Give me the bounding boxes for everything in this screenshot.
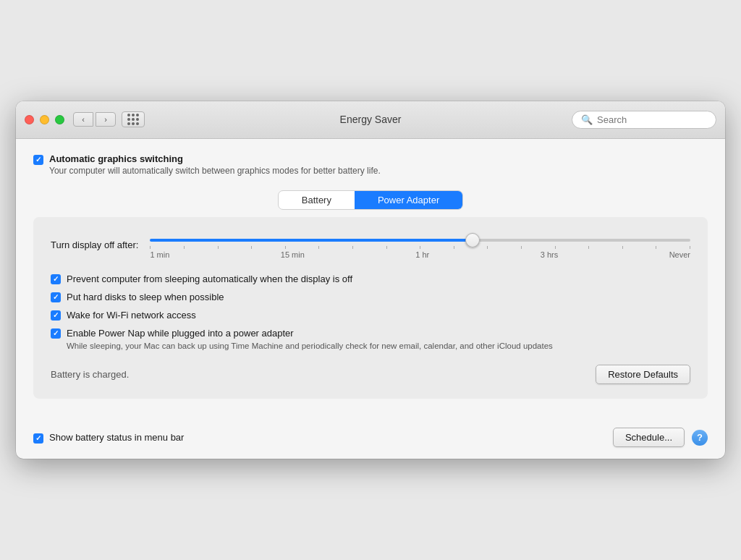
wifi-text-block: Wake for Wi-Fi network access [67, 310, 196, 321]
prevent-sleep-checkbox[interactable]: ✓ [51, 274, 61, 284]
display-sleep-slider[interactable] [150, 239, 690, 242]
power-nap-subtext: While sleeping, your Mac can back up usi… [67, 340, 553, 352]
tick [420, 246, 420, 249]
checkmark-icon: ✓ [53, 329, 59, 337]
option-prevent-sleep: ✓ Prevent computer from sleeping automat… [51, 273, 690, 284]
tab-segment: Battery Power Adapter [33, 190, 708, 210]
tick [690, 246, 690, 249]
hard-disks-checkbox[interactable]: ✓ [51, 292, 61, 302]
schedule-button[interactable]: Schedule... [613, 428, 685, 447]
tick [487, 246, 488, 249]
search-input[interactable] [597, 114, 707, 125]
tick [386, 246, 387, 249]
auto-graphics-row: ✓ Automatic graphics switching Your comp… [33, 153, 708, 176]
help-button[interactable]: ? [692, 430, 708, 446]
back-button[interactable]: ‹ [73, 112, 93, 127]
checkmark-icon: ✓ [53, 275, 59, 283]
battery-tab[interactable]: Battery [279, 191, 355, 209]
tick [555, 246, 556, 249]
traffic-lights [25, 115, 64, 124]
settings-panel: Turn display off after: [33, 217, 708, 399]
tick-labels: 1 min 15 min 1 hr 3 hrs Never [150, 250, 690, 259]
checkmark-icon: ✓ [35, 434, 41, 442]
power-nap-checkbox[interactable]: ✓ [51, 328, 61, 339]
show-battery-checkbox[interactable]: ✓ [33, 433, 43, 444]
slider-label: Turn display off after: [51, 239, 138, 250]
titlebar: ‹ › Energy Saver 🔍 [16, 101, 725, 139]
option-hard-disks: ✓ Put hard disks to sleep when possible [51, 292, 690, 302]
search-icon: 🔍 [581, 114, 593, 125]
grid-button[interactable] [122, 111, 145, 127]
hard-disks-text-block: Put hard disks to sleep when possible [67, 292, 224, 302]
tick-never: Never [669, 250, 690, 259]
tick [318, 246, 319, 249]
tick-3hrs: 3 hrs [541, 250, 558, 259]
tick [150, 246, 151, 249]
content-area: ✓ Automatic graphics switching Your comp… [16, 139, 725, 420]
auto-graphics-checkbox[interactable]: ✓ [33, 155, 43, 165]
tick [622, 246, 623, 249]
checkmark-icon: ✓ [53, 311, 59, 319]
bottom-bar: ✓ Show battery status in menu bar Schedu… [16, 420, 725, 459]
panel-footer: Battery is charged. Restore Defaults [51, 365, 690, 384]
power-nap-text-block: Enable Power Nap while plugged into a po… [67, 328, 553, 352]
wifi-checkbox[interactable]: ✓ [51, 310, 61, 321]
tick [521, 246, 522, 249]
tick-1hr: 1 hr [415, 250, 429, 259]
minimize-button[interactable] [40, 115, 49, 124]
tick-15min: 15 min [281, 250, 305, 259]
tick [352, 246, 353, 249]
checkmark-icon: ✓ [35, 156, 41, 164]
checkmark-icon: ✓ [53, 293, 59, 301]
maximize-button[interactable] [55, 115, 64, 124]
auto-graphics-description: Your computer will automatically switch … [49, 166, 381, 176]
tick [251, 246, 252, 249]
tick [285, 246, 286, 249]
wifi-label: Wake for Wi-Fi network access [67, 310, 196, 321]
display-sleep-section: Turn display off after: [51, 232, 690, 259]
tick [588, 246, 589, 249]
tick [184, 246, 185, 249]
bottom-buttons: Schedule... ? [613, 428, 708, 447]
window-title: Energy Saver [340, 114, 402, 125]
slider-wrapper: 1 min 15 min 1 hr 3 hrs Never [150, 232, 690, 259]
tick [218, 246, 219, 249]
battery-status: Battery is charged. [51, 369, 129, 380]
tick [454, 246, 454, 249]
show-battery-label: Show battery status in menu bar [49, 432, 184, 443]
power-nap-label: Enable Power Nap while plugged into a po… [67, 328, 553, 339]
restore-defaults-button[interactable]: Restore Defaults [596, 365, 690, 384]
close-button[interactable] [25, 115, 34, 124]
prevent-sleep-label: Prevent computer from sleeping automatic… [67, 273, 352, 284]
nav-buttons: ‹ › [73, 112, 116, 127]
power-adapter-tab[interactable]: Power Adapter [355, 191, 462, 209]
segment-control: Battery Power Adapter [278, 190, 463, 210]
hard-disks-label: Put hard disks to sleep when possible [67, 292, 224, 302]
option-power-nap: ✓ Enable Power Nap while plugged into a … [51, 328, 690, 352]
slider-row: Turn display off after: [51, 232, 690, 259]
tick-1min: 1 min [150, 250, 169, 259]
search-bar[interactable]: 🔍 [572, 111, 716, 129]
show-battery-row: ✓ Show battery status in menu bar [33, 432, 184, 444]
tick [656, 246, 656, 249]
prevent-sleep-text-block: Prevent computer from sleeping automatic… [67, 273, 352, 284]
auto-graphics-title: Automatic graphics switching [49, 153, 381, 164]
options-list: ✓ Prevent computer from sleeping automat… [51, 273, 690, 352]
auto-graphics-text: Automatic graphics switching Your comput… [49, 153, 381, 176]
forward-button[interactable]: › [96, 112, 116, 127]
main-window: ‹ › Energy Saver 🔍 ✓ Automatic graphics … [16, 101, 725, 459]
option-wifi: ✓ Wake for Wi-Fi network access [51, 310, 690, 321]
